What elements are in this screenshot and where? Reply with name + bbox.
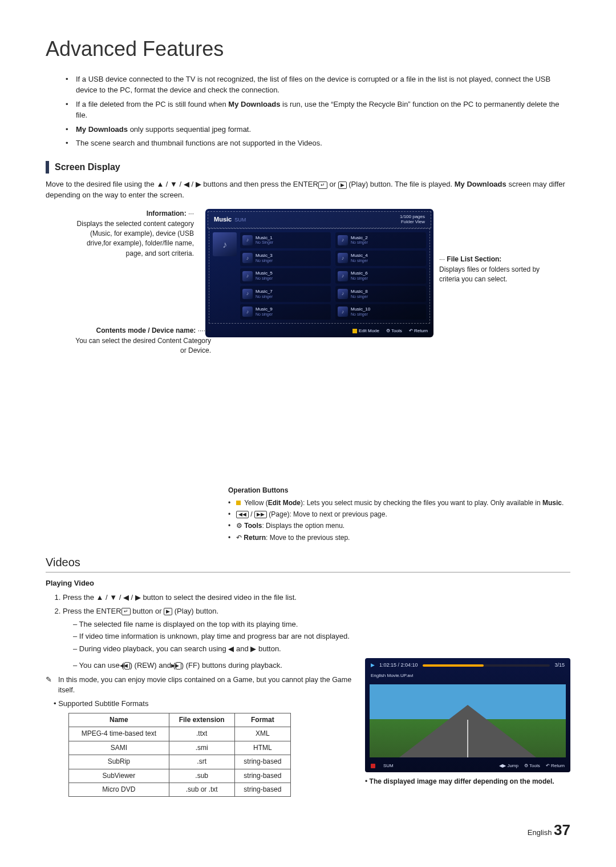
tools-label: ⚙ Tools — [386, 328, 402, 334]
tile-title: Music_4 — [351, 253, 368, 259]
ff-icon: ▶▶ — [176, 662, 181, 670]
video-sum: SUM — [383, 763, 394, 769]
music-tile: ♪Music_3No singer — [240, 251, 331, 266]
opbutton-yellow: Yellow (Edit Mode): Lets you select musi… — [228, 498, 570, 508]
tile-title: Music_1 — [256, 236, 273, 241]
video-time: 1:02:15 / 2:04:10 — [379, 662, 418, 669]
video-count: 3/15 — [554, 662, 565, 669]
player-body: ♪ ♪Music_1No Singer♪Music_2No singer♪Mus… — [209, 228, 430, 324]
screen-diagram: Information: ··· Displays the selected c… — [46, 209, 570, 474]
th-name: Name — [69, 713, 169, 727]
tile-subtitle: No singer — [351, 312, 370, 317]
tile-title: Music_3 — [256, 253, 273, 259]
note-icon: ♪ — [338, 271, 348, 281]
opbuttons-heading: Operation Buttons — [228, 486, 570, 495]
player-sum: SUM — [234, 217, 246, 223]
table-row: Micro DVD.sub or .txtstring-based — [69, 783, 291, 797]
music-tile: ♪Music_9No singer — [240, 304, 331, 320]
opbutton-page: ◀◀ / ▶▶ (Page): Move to next or previous… — [228, 510, 570, 519]
tile-subtitle: No singer — [351, 240, 368, 245]
game-note: In this mode, you can enjoy movie clips … — [46, 675, 354, 695]
tile-subtitle: No singer — [256, 295, 273, 299]
note-icon: ♪ — [242, 289, 253, 299]
operation-buttons: Operation Buttons Yellow (Edit Mode): Le… — [228, 486, 570, 543]
bullet-3: My Downloads only supports sequential jp… — [66, 124, 570, 135]
music-tile: ♪Music_4No singer — [335, 251, 426, 266]
table-row: SubViewer.substring-based — [69, 769, 291, 783]
return-label: ↶ Return — [409, 328, 428, 334]
sum-icon — [371, 764, 375, 768]
yellow-square-icon — [236, 501, 241, 505]
tile-subtitle: No singer — [351, 295, 368, 299]
note-icon: ♪ — [242, 235, 253, 245]
callout-contents-mode: Contents mode / Device name: ······· You… — [68, 326, 211, 356]
note-icon: ♪ — [242, 271, 253, 281]
note-icon: ♪ — [338, 307, 348, 317]
tools-label: ⚙ Tools — [524, 763, 540, 769]
music-tile: ♪Music_7No singer — [240, 286, 331, 301]
step-2-sublist-cont: – You can use (◀◀) (REW) and (▶▶) (FF) b… — [73, 660, 354, 671]
progress-bar — [423, 664, 550, 667]
music-tile: ♪Music_5No singer — [240, 268, 331, 284]
player-footer: Edit Mode ⚙ Tools ↶ Return — [205, 325, 433, 337]
th-format: Format — [234, 713, 290, 727]
enter-icon: ↵ — [121, 608, 131, 615]
player-topbar: Music SUM 1/100 pages Folder View — [208, 211, 431, 228]
note-icon: ♪ — [338, 289, 348, 299]
music-thumb-icon: ♪ — [213, 232, 237, 256]
tile-subtitle: No singer — [256, 312, 273, 317]
tile-title: Music_8 — [351, 289, 368, 295]
tile-title: Music_6 — [351, 271, 368, 276]
tile-title: Music_5 — [256, 271, 273, 276]
heading-bar — [46, 161, 49, 174]
play-indicator-icon: ▶ — [371, 662, 375, 669]
player-pages: 1/100 pages Folder View — [400, 215, 425, 225]
return-label: ↶ Return — [546, 763, 565, 769]
note-icon: ♪ — [338, 253, 348, 263]
tile-subtitle: No singer — [256, 276, 273, 281]
tile-subtitle: No singer — [351, 259, 368, 263]
video-playback-mock: ▶ 1:02:15 / 2:04:10 3/15 English Movie.U… — [365, 658, 570, 772]
rew-icon: ◀◀ — [236, 511, 249, 518]
music-grid: ♪Music_1No Singer♪Music_2No singer♪Music… — [240, 232, 426, 320]
step-1: Press the ▲ / ▼ / ◀ / ▶ button to select… — [63, 592, 570, 603]
tile-title: Music_10 — [351, 307, 370, 312]
music-player-mock: Music SUM 1/100 pages Folder View ♪ ♪Mus… — [205, 209, 433, 337]
video-scene — [370, 684, 566, 757]
note-icon: ♪ — [338, 235, 348, 245]
player-title: Music — [214, 216, 232, 223]
music-tile: ♪Music_8No singer — [335, 286, 426, 301]
note-icon: ♪ — [242, 253, 253, 263]
th-ext: File extension — [169, 713, 234, 727]
opbutton-return: ↶ Return: Move to the previous step. — [228, 533, 570, 543]
video-filename: English Movie.UP.avi — [365, 672, 570, 681]
music-tile: ♪Music_2No singer — [335, 232, 426, 248]
music-tile: ♪Music_6No singer — [335, 268, 426, 284]
yellow-square-icon — [352, 329, 357, 333]
tile-subtitle: No singer — [256, 259, 273, 263]
bullet-4: The scene search and thumbnail functions… — [66, 138, 570, 149]
bullet-1: If a USB device connected to the TV is n… — [66, 74, 570, 96]
step-2: Press the ENTER↵ button or ▶ (Play) butt… — [63, 606, 570, 655]
step-2-sublist: – The selected file name is displayed on… — [73, 619, 570, 655]
note-icon: ♪ — [242, 307, 253, 317]
music-tile: ♪Music_1No Singer — [240, 232, 331, 248]
play-icon: ▶ — [338, 182, 347, 189]
tile-subtitle: No singer — [351, 276, 368, 281]
table-row: SAMI.smiHTML — [69, 741, 291, 755]
table-row: SubRip.srtstring-based — [69, 755, 291, 769]
image-disclaimer: The displayed image may differ depending… — [365, 777, 570, 787]
rew-icon: ◀◀ — [124, 662, 130, 670]
playing-video-steps: Press the ▲ / ▼ / ◀ / ▶ button to select… — [63, 592, 570, 655]
subtitle-formats-table: Name File extension Format MPEG-4 time-b… — [68, 713, 291, 797]
tile-title: Music_9 — [256, 307, 273, 312]
music-tile: ♪Music_10No singer — [335, 304, 426, 320]
playing-video-heading: Playing Video — [46, 578, 570, 589]
videos-heading: Videos — [46, 554, 570, 572]
opbutton-tools: ⚙ Tools: Displays the option menu. — [228, 521, 570, 531]
enter-icon: ↵ — [318, 182, 327, 189]
page-title: Advanced Features — [46, 34, 570, 64]
bold-my-downloads: My Downloads — [228, 100, 280, 108]
jump-label: ◀▶ Jump — [499, 763, 518, 769]
tile-subtitle: No Singer — [256, 240, 273, 245]
